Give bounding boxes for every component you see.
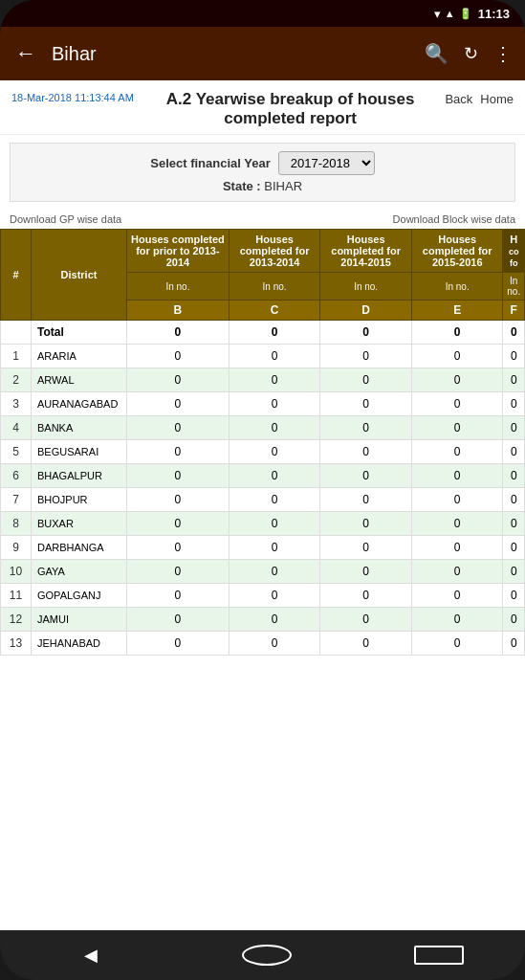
recents-nav-button[interactable] [414, 946, 464, 965]
table-row: 4BANKA00000 [1, 416, 525, 440]
back-link[interactable]: Back [445, 92, 472, 106]
table-row: 12JAMUI00000 [1, 608, 525, 632]
data-table: # District Houses completed for prior to… [0, 229, 525, 656]
refresh-icon[interactable]: ↻ [464, 43, 478, 64]
report-title: A.2 Yearwise breakup of houses completed… [142, 90, 440, 128]
block-wise-download[interactable]: Download Block wise data [393, 213, 515, 225]
status-time: 11:13 [478, 7, 510, 21]
total-row: Total 0 0 0 0 0 [1, 321, 525, 345]
header-top: 18-Mar-2018 11:13:44 AM A.2 Yearwise bre… [11, 90, 514, 128]
unit-2015-16: In no. [411, 273, 503, 301]
table-row: 10GAYA00000 [1, 560, 525, 584]
col-header-2014-15: Houses completed for 2014-2015 [320, 230, 412, 273]
letter-B: B [127, 301, 230, 321]
col-header-2015-16: Houses completed for 2015-2016 [411, 230, 503, 273]
filter-section: Select financial Year 2017-2018 2016-201… [10, 143, 515, 202]
home-link[interactable]: Home [480, 92, 514, 106]
battery-icon: 🔋 [459, 8, 472, 20]
unit-prior2013: In no. [127, 273, 230, 301]
table-row: 13JEHANABAD00000 [1, 632, 525, 656]
more-options-icon[interactable]: ⋮ [493, 42, 514, 65]
gp-wise-download[interactable]: Download GP wise data [10, 213, 121, 225]
download-links: Download GP wise data Download Block wis… [0, 210, 525, 229]
letter-F: F [503, 301, 525, 321]
state-label: State : [223, 179, 261, 193]
letter-D: D [320, 301, 412, 321]
nav-links: Back Home [445, 92, 514, 106]
table-row: 2ARWAL00000 [1, 368, 525, 392]
back-nav-button[interactable]: ◀ [61, 937, 120, 973]
table-row: 5BEGUSARAI00000 [1, 440, 525, 464]
status-icons: ▾ ▲ 🔋 [434, 7, 472, 21]
search-icon[interactable]: 🔍 [425, 42, 448, 65]
state-row: State : BIHAR [22, 179, 503, 193]
status-bar: ▾ ▲ 🔋 11:13 [0, 0, 525, 27]
table-row: 11GOPALGANJ00000 [1, 584, 525, 608]
table-row: 8BUXAR00000 [1, 512, 525, 536]
signal-icon: ▲ [445, 8, 455, 19]
filter-label: Select financial Year [150, 156, 271, 170]
col-header-num: # [1, 230, 32, 321]
table-wrapper: # District Houses completed for prior to… [0, 229, 525, 659]
timestamp: 18-Mar-2018 11:13:44 AM [11, 92, 134, 103]
table-row: 6BHAGALPUR00000 [1, 464, 525, 488]
unit-2014-15: In no. [320, 273, 412, 301]
table-row: 7BHOJPUR00000 [1, 488, 525, 512]
table-row: 1ARARIA00000 [1, 345, 525, 368]
table-header-row: # District Houses completed for prior to… [1, 230, 525, 273]
table-row: 9DARBHANGA00000 [1, 536, 525, 560]
table-row: 3AURANAGABAD00000 [1, 392, 525, 416]
col-header-2016-17: Hcofo [503, 230, 525, 273]
app-bar: ← Bihar 🔍 ↻ ⋮ [0, 27, 525, 80]
main-content: 18-Mar-2018 11:13:44 AM A.2 Yearwise bre… [0, 80, 525, 930]
table-body: Total 0 0 0 0 0 1ARARIA000002ARWAL000003… [1, 321, 525, 656]
back-button[interactable]: ← [11, 37, 40, 70]
app-bar-actions: 🔍 ↻ ⋮ [425, 42, 514, 65]
phone-frame: ▾ ▲ 🔋 11:13 ← Bihar 🔍 ↻ ⋮ 18-Mar-2018 11… [0, 0, 525, 980]
col-header-2013-14: Houses completed for 2013-2014 [229, 230, 320, 273]
col-header-prior2013: Houses completed for prior to 2013-2014 [127, 230, 230, 273]
bottom-nav: ◀ [0, 930, 525, 980]
wifi-icon: ▾ [434, 7, 441, 21]
letter-C: C [229, 301, 320, 321]
unit-2016-17: In no. [503, 273, 525, 301]
app-bar-title: Bihar [52, 43, 413, 65]
state-value: BIHAR [264, 179, 302, 193]
header-section: 18-Mar-2018 11:13:44 AM A.2 Yearwise bre… [0, 80, 525, 135]
financial-year-select[interactable]: 2017-2018 2016-2017 2015-2016 [278, 151, 375, 175]
unit-2013-14: In no. [229, 273, 320, 301]
letter-E: E [411, 301, 503, 321]
col-header-district: District [32, 230, 127, 321]
filter-row: Select financial Year 2017-2018 2016-201… [22, 151, 503, 175]
home-nav-button[interactable] [242, 945, 292, 966]
